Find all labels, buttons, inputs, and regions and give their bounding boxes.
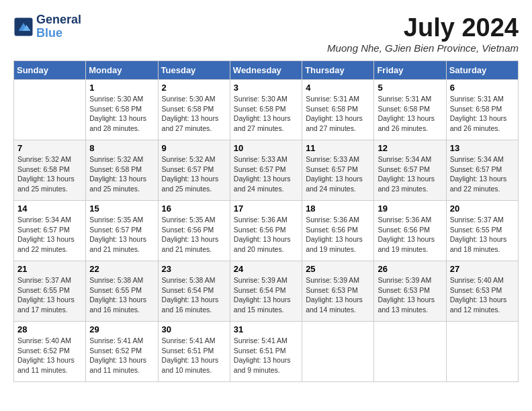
daylight: Daylight: 13 hours and 22 minutes. — [17, 234, 82, 254]
logo: General Blue — [13, 13, 81, 40]
daylight: Daylight: 13 hours and 11 minutes. — [17, 355, 82, 375]
daylight: Daylight: 13 hours and 27 minutes. — [306, 113, 370, 133]
day-info: Sunrise: 5:34 AM Sunset: 6:57 PM Dayligh… — [378, 154, 442, 194]
sunset: Sunset: 6:58 PM — [17, 165, 82, 175]
logo-text: General Blue — [36, 13, 81, 40]
sunset: Sunset: 6:58 PM — [162, 104, 226, 114]
day-number: 23 — [162, 264, 226, 274]
daylight: Daylight: 13 hours and 15 minutes. — [234, 295, 298, 314]
calendar-cell: 14 Sunrise: 5:34 AM Sunset: 6:57 PM Dayl… — [14, 201, 86, 261]
day-info: Sunrise: 5:39 AM Sunset: 6:54 PM Dayligh… — [234, 275, 298, 315]
day-info: Sunrise: 5:30 AM Sunset: 6:58 PM Dayligh… — [89, 94, 154, 134]
day-info: Sunrise: 5:32 AM Sunset: 6:58 PM Dayligh… — [17, 154, 82, 194]
logo-icon — [13, 17, 34, 37]
day-number: 16 — [162, 203, 226, 214]
daylight: Daylight: 13 hours and 9 minutes. — [234, 355, 298, 375]
day-info: Sunrise: 5:40 AM Sunset: 6:53 PM Dayligh… — [450, 275, 515, 315]
day-info: Sunrise: 5:35 AM Sunset: 6:57 PM Dayligh… — [89, 215, 154, 255]
sunset: Sunset: 6:53 PM — [450, 285, 515, 295]
calendar-cell: 23 Sunrise: 5:38 AM Sunset: 6:54 PM Dayl… — [158, 261, 230, 322]
sunset: Sunset: 6:51 PM — [234, 346, 298, 356]
calendar-cell: 22 Sunrise: 5:38 AM Sunset: 6:55 PM Dayl… — [86, 261, 158, 322]
sunset: Sunset: 6:58 PM — [450, 104, 515, 114]
sunrise: Sunrise: 5:37 AM — [450, 215, 515, 225]
location: Muong Nhe, GJien Bien Province, Vietnam — [327, 42, 519, 54]
day-number: 1 — [89, 83, 154, 93]
sunset: Sunset: 6:57 PM — [306, 165, 370, 175]
day-number: 18 — [306, 203, 370, 214]
sunset: Sunset: 6:56 PM — [306, 225, 370, 235]
daylight: Daylight: 13 hours and 22 minutes. — [450, 174, 515, 193]
day-number: 10 — [234, 143, 298, 153]
day-info: Sunrise: 5:40 AM Sunset: 6:52 PM Dayligh… — [17, 336, 82, 375]
sunrise: Sunrise: 5:36 AM — [234, 215, 298, 225]
sunrise: Sunrise: 5:39 AM — [306, 275, 370, 285]
day-number: 2 — [162, 83, 226, 93]
day-info: Sunrise: 5:30 AM Sunset: 6:58 PM Dayligh… — [234, 94, 298, 134]
calendar-cell: 11 Sunrise: 5:33 AM Sunset: 6:57 PM Dayl… — [302, 140, 374, 201]
sunset: Sunset: 6:55 PM — [17, 285, 82, 295]
day-number: 26 — [378, 264, 442, 274]
sunrise: Sunrise: 5:35 AM — [162, 215, 226, 225]
day-number: 8 — [89, 143, 154, 153]
sunset: Sunset: 6:57 PM — [234, 165, 298, 175]
day-info: Sunrise: 5:38 AM Sunset: 6:54 PM Dayligh… — [162, 275, 226, 315]
calendar-cell: 17 Sunrise: 5:36 AM Sunset: 6:56 PM Dayl… — [230, 201, 302, 261]
calendar-cell — [302, 322, 374, 382]
calendar-cell: 5 Sunrise: 5:31 AM Sunset: 6:58 PM Dayli… — [374, 80, 446, 140]
daylight: Daylight: 13 hours and 23 minutes. — [378, 174, 442, 193]
day-info: Sunrise: 5:35 AM Sunset: 6:56 PM Dayligh… — [162, 215, 226, 255]
calendar-cell: 19 Sunrise: 5:36 AM Sunset: 6:56 PM Dayl… — [374, 201, 446, 261]
sunset: Sunset: 6:57 PM — [89, 225, 154, 235]
daylight: Daylight: 13 hours and 17 minutes. — [17, 295, 82, 314]
day-info: Sunrise: 5:33 AM Sunset: 6:57 PM Dayligh… — [234, 154, 298, 194]
sunrise: Sunrise: 5:41 AM — [89, 336, 154, 346]
sunset: Sunset: 6:55 PM — [450, 225, 515, 235]
weekday-header-thursday: Thursday — [302, 61, 374, 80]
sunset: Sunset: 6:58 PM — [378, 104, 442, 114]
daylight: Daylight: 13 hours and 13 minutes. — [378, 295, 442, 314]
calendar-cell — [446, 322, 518, 382]
calendar-cell: 8 Sunrise: 5:32 AM Sunset: 6:58 PM Dayli… — [86, 140, 158, 201]
sunset: Sunset: 6:55 PM — [89, 285, 154, 295]
sunrise: Sunrise: 5:33 AM — [306, 154, 370, 165]
day-number: 19 — [378, 203, 442, 214]
weekday-header-tuesday: Tuesday — [158, 61, 230, 80]
weekday-header-saturday: Saturday — [446, 61, 518, 80]
sunrise: Sunrise: 5:31 AM — [378, 94, 442, 104]
calendar-week-row: 28 Sunrise: 5:40 AM Sunset: 6:52 PM Dayl… — [14, 322, 519, 382]
sunrise: Sunrise: 5:39 AM — [378, 275, 442, 285]
day-number: 3 — [234, 83, 298, 93]
calendar-cell: 29 Sunrise: 5:41 AM Sunset: 6:52 PM Dayl… — [86, 322, 158, 382]
day-info: Sunrise: 5:41 AM Sunset: 6:51 PM Dayligh… — [234, 336, 298, 375]
sunset: Sunset: 6:56 PM — [234, 225, 298, 235]
calendar-cell: 18 Sunrise: 5:36 AM Sunset: 6:56 PM Dayl… — [302, 201, 374, 261]
day-number: 7 — [17, 143, 82, 153]
title-block: July 2024 Muong Nhe, GJien Bien Province… — [327, 13, 519, 54]
calendar-cell: 12 Sunrise: 5:34 AM Sunset: 6:57 PM Dayl… — [374, 140, 446, 201]
day-number: 28 — [17, 324, 82, 334]
sunrise: Sunrise: 5:38 AM — [162, 275, 226, 285]
month-title: July 2024 — [327, 13, 519, 42]
day-number: 12 — [378, 143, 442, 153]
day-number: 14 — [17, 203, 82, 214]
sunrise: Sunrise: 5:32 AM — [89, 154, 154, 165]
calendar-cell: 21 Sunrise: 5:37 AM Sunset: 6:55 PM Dayl… — [14, 261, 86, 322]
sunrise: Sunrise: 5:36 AM — [306, 215, 370, 225]
day-info: Sunrise: 5:39 AM Sunset: 6:53 PM Dayligh… — [378, 275, 442, 315]
daylight: Daylight: 13 hours and 12 minutes. — [450, 295, 515, 314]
day-number: 22 — [89, 264, 154, 274]
day-info: Sunrise: 5:36 AM Sunset: 6:56 PM Dayligh… — [306, 215, 370, 255]
sunrise: Sunrise: 5:33 AM — [234, 154, 298, 165]
day-number: 15 — [89, 203, 154, 214]
day-info: Sunrise: 5:39 AM Sunset: 6:53 PM Dayligh… — [306, 275, 370, 315]
sunrise: Sunrise: 5:39 AM — [234, 275, 298, 285]
day-number: 17 — [234, 203, 298, 214]
calendar-cell: 3 Sunrise: 5:30 AM Sunset: 6:58 PM Dayli… — [230, 80, 302, 140]
daylight: Daylight: 13 hours and 26 minutes. — [450, 113, 515, 133]
calendar-cell: 1 Sunrise: 5:30 AM Sunset: 6:58 PM Dayli… — [86, 80, 158, 140]
day-number: 21 — [17, 264, 82, 274]
day-number: 27 — [450, 264, 515, 274]
calendar-cell: 27 Sunrise: 5:40 AM Sunset: 6:53 PM Dayl… — [446, 261, 518, 322]
day-info: Sunrise: 5:34 AM Sunset: 6:57 PM Dayligh… — [17, 215, 82, 255]
